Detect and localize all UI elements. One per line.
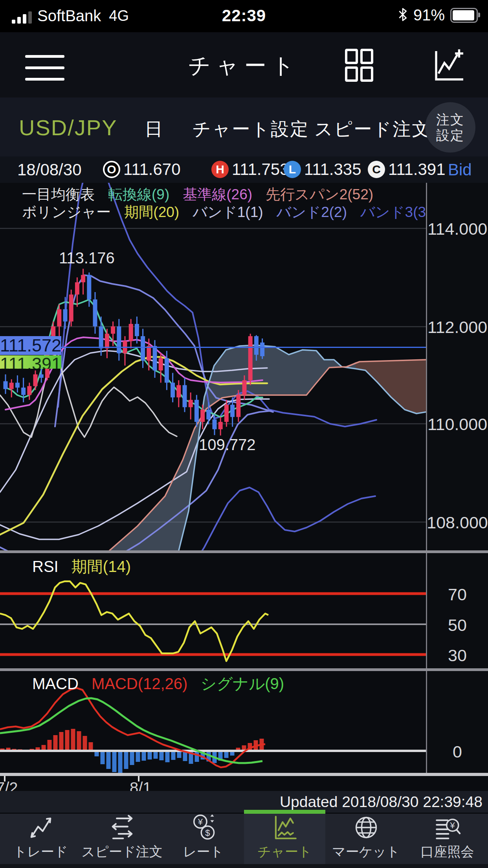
macd-hist-bar xyxy=(89,742,93,751)
svg-text:¥: ¥ xyxy=(197,817,203,827)
macd-label: MACD xyxy=(32,675,79,692)
macd-hist-bar xyxy=(148,751,152,760)
symbol-label[interactable]: USD/JPY xyxy=(19,115,117,140)
legend-senkou2: 先行スパン2(52) xyxy=(266,186,373,202)
battery-percent-label: 91% xyxy=(413,6,445,24)
tab-speed-order[interactable]: スピード注文 xyxy=(81,814,163,864)
macd-hist-bar xyxy=(160,751,164,760)
candle-body xyxy=(129,324,133,341)
candle-body xyxy=(254,336,259,355)
candle-body xyxy=(236,395,240,417)
candle-body xyxy=(135,324,139,336)
candle-body xyxy=(200,410,205,422)
macd-hist-bar xyxy=(195,751,199,762)
candle-body xyxy=(218,422,223,429)
transfer-arrows-icon xyxy=(108,813,137,842)
chart-bottom-border xyxy=(0,773,488,776)
signal-param-label: シグナル(9) xyxy=(201,675,284,692)
timeframe-button[interactable]: 日 xyxy=(145,117,163,142)
candle-body xyxy=(242,380,247,395)
series-bollinger-band1-lower xyxy=(0,399,269,539)
trading-app-screen: SoftBank 4G 22:39 91% チャート xyxy=(0,0,488,868)
tab-label: 口座照会 xyxy=(421,843,474,861)
tab-rates[interactable]: ¥ $ レート xyxy=(163,814,244,864)
tab-market[interactable]: マーケット xyxy=(325,814,407,864)
ohlc-bar: 18/08/30 O 111.670 H 111.753 L 111.335 C… xyxy=(0,156,488,183)
candle-body xyxy=(63,309,68,322)
open-badge-icon: O xyxy=(103,161,120,178)
candle-body xyxy=(99,326,103,348)
candle-body xyxy=(93,300,97,327)
macd-hist-bar xyxy=(165,751,170,762)
candle-body xyxy=(147,346,151,360)
candle-body xyxy=(105,334,109,348)
candle-body xyxy=(33,374,38,386)
tab-label: スピード注文 xyxy=(81,843,162,861)
high-badge-icon: H xyxy=(211,161,229,178)
legend-period: 期間(20) xyxy=(124,204,179,220)
candle-body xyxy=(176,385,181,397)
price-label-112: 112.000 xyxy=(427,318,488,337)
tab-chart[interactable]: チャート xyxy=(244,814,325,864)
rsi-param-label: 期間(14) xyxy=(72,558,131,575)
currency-pair-icon: ¥ $ xyxy=(189,813,218,842)
new-chart-icon[interactable] xyxy=(429,46,467,84)
macd-panel-label: MACD MACD(12,26) シグナル(9) xyxy=(32,673,284,695)
current-price-badge: 111.572 xyxy=(0,336,61,355)
candle-body xyxy=(183,385,187,407)
series-bollinger-band3-lower xyxy=(58,487,375,550)
rsi-label-70: 70 xyxy=(427,585,488,604)
macd-hist-bar xyxy=(71,729,75,751)
main-chart-svg[interactable]: 113.176109.772 xyxy=(0,183,426,550)
candle-body xyxy=(39,374,44,378)
macd-label-0: 0 xyxy=(427,742,488,761)
legend-ichimoku: 一目均衡表 xyxy=(22,186,95,202)
price-label-110: 110.000 xyxy=(427,415,488,434)
bid-label[interactable]: Bid xyxy=(448,160,472,179)
app-header: チャート xyxy=(0,32,488,97)
macd-hist-bar xyxy=(106,751,111,769)
macd-hist-bar xyxy=(124,751,128,769)
low-badge-icon: L xyxy=(284,161,301,178)
low-value: 111.335 xyxy=(304,160,361,179)
chart-settings-button[interactable]: チャート設定 xyxy=(193,117,309,142)
candle-body xyxy=(213,419,217,429)
ichimoku-legend: 一目均衡表転換線(9)基準線(26)先行スパン2(52) xyxy=(22,185,387,204)
candle-body xyxy=(141,336,145,360)
candle-body xyxy=(117,326,121,353)
svg-text:$: $ xyxy=(205,828,210,838)
bottom-tab-bar: トレード スピード注文 ¥ $ レート xyxy=(0,814,488,864)
macd-hist-bar xyxy=(48,740,52,751)
page-title: チャート xyxy=(0,51,488,81)
tab-label: マーケット xyxy=(332,843,400,861)
battery-icon xyxy=(450,8,478,23)
candle-body xyxy=(57,309,61,327)
tab-account[interactable]: ¥ 口座照会 xyxy=(407,814,488,864)
candle-body xyxy=(4,381,8,389)
candle-body xyxy=(230,405,235,417)
bollinger-legend: ボリンジャー期間(20)バンド1(1)バンド2(2)バンド3(3) xyxy=(22,202,444,222)
speed-order-button[interactable]: スピード注文 xyxy=(314,117,431,142)
chart-icon xyxy=(270,813,299,842)
close-price-badge: 111.391 xyxy=(0,355,61,369)
rsi-label-30: 30 xyxy=(427,646,488,665)
candle-body xyxy=(153,346,157,370)
macd-hist-bar xyxy=(53,735,58,751)
rsi-panel-label: RSI 期間(14) xyxy=(32,556,131,577)
high-value: 111.753 xyxy=(232,160,289,179)
legend-tenkan: 転換線(9) xyxy=(108,186,169,202)
price-label-114: 114.000 xyxy=(427,219,488,239)
multi-chart-grid-icon[interactable] xyxy=(340,46,378,84)
macd-hist-bar xyxy=(136,751,140,762)
tab-trade[interactable]: トレード xyxy=(0,814,81,864)
price-annotation: 109.772 xyxy=(199,436,256,453)
macd-param-label: MACD(12,26) xyxy=(92,675,188,692)
open-value: 111.670 xyxy=(123,160,181,179)
candle-body xyxy=(9,383,14,389)
candle-body xyxy=(248,336,253,380)
globe-icon xyxy=(352,813,381,842)
kumo-bullish xyxy=(0,345,356,550)
order-settings-button[interactable]: 注文 設定 xyxy=(425,102,475,153)
symbol-toolbar: USD/JPY 日 チャート設定 スピード注文 注文 設定 xyxy=(0,97,488,156)
updated-timestamp: Updated 2018/08/30 22:39:48 xyxy=(0,791,488,813)
